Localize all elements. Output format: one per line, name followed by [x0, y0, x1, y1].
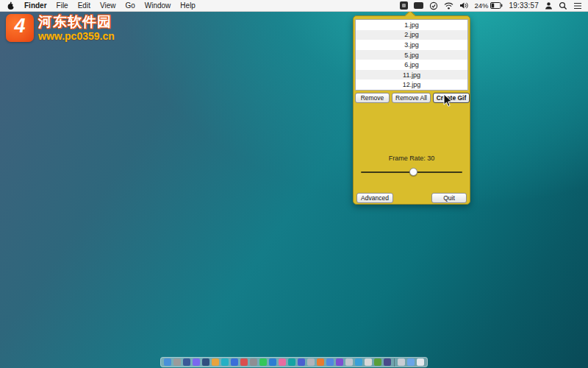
dock-icon[interactable] — [288, 358, 295, 366]
list-item[interactable]: 1.jpg — [356, 20, 467, 30]
menu-bar-clock[interactable]: 19:33:57 — [509, 1, 539, 10]
watermark: 河东软件园 www.pc0359.cn — [6, 14, 115, 43]
dock — [160, 357, 428, 367]
desktop: Finder File Edit View Go Window Help 24%… — [0, 0, 588, 368]
dock-icon[interactable] — [407, 358, 415, 366]
dock-icon[interactable] — [307, 358, 315, 366]
remove-all-button[interactable]: Remove All — [392, 93, 431, 103]
menu-bar: Finder File Edit View Go Window Help 24%… — [0, 0, 588, 12]
battery-icon — [490, 2, 503, 9]
list-item[interactable]: 5.jpg — [356, 50, 467, 60]
menu-finder[interactable]: Finder — [24, 1, 47, 10]
quit-button[interactable]: Quit — [431, 193, 467, 203]
user-icon[interactable] — [545, 1, 553, 10]
list-item[interactable]: 6.jpg — [356, 60, 467, 70]
input-device-icon[interactable] — [414, 2, 423, 9]
dock-icon[interactable] — [384, 358, 391, 366]
dock-icon[interactable] — [221, 358, 229, 366]
notification-list-icon[interactable] — [573, 2, 582, 10]
dock-icon[interactable] — [231, 358, 238, 366]
watermark-site-url: www.pc0359.cn — [38, 30, 115, 43]
dock-icon[interactable] — [250, 358, 257, 366]
dock-icon[interactable] — [317, 358, 324, 366]
menu-file[interactable]: File — [57, 1, 68, 10]
apple-menu-icon[interactable] — [7, 1, 15, 10]
frame-rate-label: Frame Rate: 30 — [354, 155, 470, 162]
frame-rate-slider[interactable] — [361, 168, 462, 177]
dock-icon[interactable] — [269, 358, 276, 366]
list-item[interactable]: 11.jpg — [356, 70, 467, 80]
volume-icon[interactable] — [459, 1, 468, 10]
menu-edit[interactable]: Edit — [78, 1, 90, 10]
trash-icon[interactable] — [417, 358, 424, 366]
list-item[interactable]: 2.jpg — [356, 30, 467, 40]
menu-go[interactable]: Go — [125, 1, 135, 10]
menu-view[interactable]: View — [100, 1, 116, 10]
menu-window[interactable]: Window — [145, 1, 171, 10]
create-gif-button[interactable]: Create Gif — [433, 93, 470, 103]
dock-icon[interactable] — [164, 358, 171, 366]
wifi-icon[interactable] — [444, 2, 453, 10]
dock-icon[interactable] — [374, 358, 381, 366]
dock-icon[interactable] — [298, 358, 305, 366]
dock-icon[interactable] — [355, 358, 362, 366]
dock-icon[interactable] — [279, 358, 286, 366]
dock-icon[interactable] — [365, 358, 372, 366]
list-item[interactable]: 3.jpg — [356, 40, 467, 50]
dock-divider — [394, 358, 395, 367]
dock-icon[interactable] — [345, 358, 353, 366]
dock-icon[interactable] — [336, 358, 343, 366]
search-icon[interactable] — [559, 1, 567, 10]
dock-icon[interactable] — [202, 358, 209, 366]
battery-status[interactable]: 24% — [474, 1, 503, 10]
remove-button[interactable]: Remove — [355, 93, 390, 103]
dock-icon[interactable] — [212, 358, 219, 366]
list-item[interactable]: 12.jpg — [356, 79, 467, 90]
dock-icon[interactable] — [173, 358, 181, 366]
dock-icon[interactable] — [398, 358, 405, 366]
gif-app-icon[interactable] — [400, 1, 408, 10]
advanced-button[interactable]: Advanced — [356, 193, 393, 203]
menu-bar-status: 24% 19:33:57 — [400, 1, 582, 10]
sync-check-icon[interactable] — [429, 1, 438, 10]
frame-file-list[interactable]: 1.jpg 2.jpg 3.jpg 5.jpg 6.jpg 11.jpg 12.… — [355, 19, 468, 91]
dock-icon[interactable] — [326, 358, 334, 366]
watermark-logo-icon — [6, 14, 34, 42]
battery-percent: 24% — [474, 1, 488, 10]
dock-icon[interactable] — [183, 358, 190, 366]
dock-icon[interactable] — [259, 358, 267, 366]
watermark-site-name: 河东软件园 — [38, 14, 115, 30]
dock-icon[interactable] — [240, 358, 248, 366]
dock-icon[interactable] — [193, 358, 200, 366]
slider-thumb[interactable] — [409, 168, 417, 176]
gif-creator-panel: 1.jpg 2.jpg 3.jpg 5.jpg 6.jpg 11.jpg 12.… — [353, 15, 470, 205]
menu-help[interactable]: Help — [180, 1, 196, 10]
